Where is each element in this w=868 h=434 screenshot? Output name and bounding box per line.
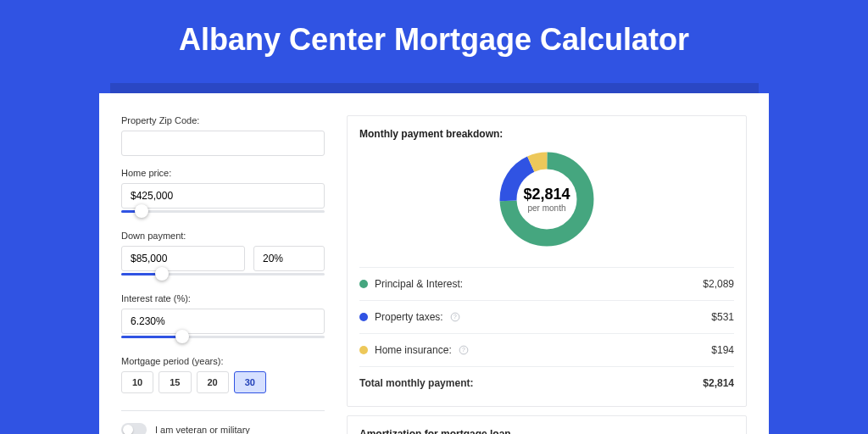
home-price-group: Home price: (121, 168, 325, 219)
donut-unit: per month (527, 203, 565, 213)
zip-input[interactable] (121, 131, 325, 156)
breakdown-section: Monthly payment breakdown: $2,814 per mo… (347, 115, 747, 407)
slider-thumb[interactable] (155, 267, 169, 281)
divider (359, 267, 734, 268)
donut-chart: $2,814 per month (359, 140, 734, 262)
period-group: Mortgage period (years): 10152030 (121, 356, 325, 393)
down-payment-slider[interactable] (121, 270, 325, 281)
breakdown-item-value: $194 (711, 344, 734, 356)
svg-text:?: ? (462, 347, 465, 353)
period-pills: 10152030 (121, 371, 325, 393)
period-label: Mortgage period (years): (121, 356, 325, 366)
total-row: Total monthly payment: $2,814 (359, 372, 734, 394)
breakdown-item-label: Property taxes: (375, 311, 443, 323)
zip-group: Property Zip Code: (121, 115, 325, 156)
interest-input[interactable] (121, 309, 325, 334)
interest-slider[interactable] (121, 332, 325, 344)
home-price-label: Home price: (121, 168, 325, 178)
divider (359, 333, 734, 334)
down-payment-amount-input[interactable] (121, 246, 245, 271)
period-pill-15[interactable]: 15 (159, 371, 191, 393)
slider-thumb[interactable] (135, 204, 148, 218)
down-payment-group: Down payment: (121, 231, 325, 281)
home-price-slider[interactable] (121, 207, 325, 219)
period-pill-20[interactable]: 20 (197, 371, 229, 393)
amortization-section: Amortization for mortgage loan Amortizat… (347, 415, 747, 434)
divider (359, 366, 734, 367)
svg-text:?: ? (453, 314, 457, 320)
zip-label: Property Zip Code: (121, 115, 325, 125)
down-payment-label: Down payment: (121, 231, 325, 241)
breakdown-row: Home insurance:?$194 (359, 339, 734, 361)
help-icon[interactable]: ? (459, 345, 469, 355)
home-price-input[interactable] (121, 183, 325, 209)
interest-label: Interest rate (%): (121, 293, 325, 303)
breakdown-row: Principal & Interest:$2,089 (359, 273, 734, 295)
total-label: Total monthly payment: (359, 377, 473, 389)
divider (121, 410, 325, 411)
calculator-card: Property Zip Code: Home price: Down paym… (99, 93, 769, 434)
legend-dot (359, 346, 368, 354)
total-value: $2,814 (703, 377, 734, 389)
interest-group: Interest rate (%): (121, 293, 325, 344)
form-panel: Property Zip Code: Home price: Down paym… (121, 115, 325, 434)
amortization-title: Amortization for mortgage loan (359, 428, 734, 434)
breakdown-title: Monthly payment breakdown: (359, 128, 734, 140)
breakdown-item-value: $2,089 (703, 278, 734, 290)
breakdown-item-label: Principal & Interest: (375, 278, 463, 290)
legend-dot (359, 313, 368, 321)
breakdown-row: Property taxes:?$531 (359, 306, 734, 328)
period-pill-10[interactable]: 10 (121, 371, 153, 393)
down-payment-percent-input[interactable] (253, 246, 325, 271)
veteran-row: I am veteran or military (121, 423, 325, 434)
period-pill-30[interactable]: 30 (234, 371, 266, 393)
help-icon[interactable]: ? (450, 312, 460, 322)
right-panel: Monthly payment breakdown: $2,814 per mo… (347, 115, 747, 434)
slider-thumb[interactable] (175, 330, 189, 343)
veteran-toggle[interactable] (121, 423, 147, 434)
legend-dot (359, 280, 368, 288)
breakdown-item-value: $531 (711, 311, 734, 323)
donut-amount: $2,814 (523, 186, 570, 203)
breakdown-item-label: Home insurance: (375, 344, 452, 356)
page-title: Albany Center Mortgage Calculator (0, 0, 868, 83)
veteran-label: I am veteran or military (155, 425, 250, 434)
divider (359, 300, 734, 301)
